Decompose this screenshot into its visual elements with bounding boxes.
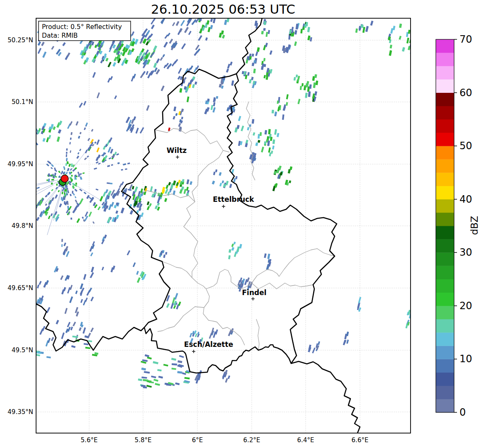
product-info-box: Product: 0.5° Reflectivity Data: RMIB: [39, 21, 131, 41]
echo-pixel: [272, 110, 274, 114]
colorbar-segment: [436, 373, 454, 386]
echo-pixel: [66, 152, 68, 154]
colorbar-segment: [436, 66, 454, 80]
echo-pixel: [66, 163, 67, 166]
echo-pixel: [64, 201, 65, 204]
echo-pixel: [70, 218, 73, 220]
y-axis-tick-label: 50.1°N: [12, 98, 33, 106]
colorbar-segment: [436, 266, 454, 279]
echo-pixel: [51, 179, 54, 181]
echo-pixel: [61, 244, 63, 247]
colorbar-segment: [436, 386, 454, 400]
colorbar-segment: [436, 172, 454, 186]
colorbar-segment: [436, 199, 454, 213]
echo-pixel: [64, 197, 65, 200]
colorbar-segment: [436, 79, 454, 93]
colorbar-segment: [436, 346, 454, 359]
echo-pixel: [48, 173, 50, 177]
echo-pixel: [263, 28, 266, 31]
echo-pixel: [260, 132, 262, 136]
echo-pixel: [263, 64, 266, 67]
y-axis-tick-label: 49.35°N: [7, 408, 33, 416]
colorbar-segment: [436, 279, 454, 293]
colorbar-segment: [436, 319, 454, 333]
colorbar-segment: [436, 106, 454, 120]
colorbar-tick-label: 50: [459, 140, 472, 152]
colorbar-tick-label: 70: [459, 34, 472, 45]
colorbar-segment: [436, 186, 454, 200]
echo-pixel: [277, 101, 279, 104]
echo-pixel: [308, 91, 311, 97]
echo-pixel: [66, 148, 68, 151]
colorbar-segment: [436, 306, 454, 320]
data-source-line: Data: RMIB: [42, 32, 78, 39]
echo-pixel: [264, 21, 266, 25]
x-axis-tick-label: 6.2°E: [243, 436, 260, 444]
colorbar-segment: [436, 53, 454, 66]
colorbar-segment: [436, 93, 454, 107]
echo-pixel: [300, 86, 302, 90]
colorbar-segment: [436, 159, 454, 173]
city-label: Wiltz: [167, 146, 187, 155]
colorbar-tick-label: 40: [459, 194, 472, 205]
city-label: Findel: [242, 288, 266, 297]
x-axis-tick-label: 6.4°E: [297, 436, 314, 444]
echo-pixel: [61, 239, 63, 242]
colorbar-segment: [436, 359, 454, 373]
echo-pixel: [51, 183, 53, 185]
x-axis-tick-label: 5.6°E: [81, 436, 98, 444]
colorbar-segment: [436, 39, 454, 53]
figure-title: 26.10.2025 06:53 UTC: [151, 2, 295, 17]
colorbar-tick-label: 0: [459, 407, 466, 418]
city-label: Ettelbruck: [213, 195, 254, 203]
y-axis-tick-label: 49.65°N: [7, 284, 33, 292]
product-line: Product: 0.5° Reflectivity: [42, 23, 122, 31]
echo-pixel: [66, 158, 68, 160]
colorbar-segment: [436, 119, 454, 133]
echo-pixel: [53, 176, 55, 178]
echo-pixel: [66, 154, 67, 157]
y-axis-tick-label: 49.5°N: [12, 346, 33, 354]
echo-pixel: [66, 182, 68, 185]
y-axis-tick-label: 50.25°N: [7, 36, 33, 44]
colorbar-tick-label: 20: [459, 300, 472, 312]
colorbar-segment: [436, 133, 454, 146]
colorbar-tick-label: 30: [459, 247, 472, 258]
colorbar-segment: [436, 213, 454, 226]
echo-pixel: [292, 30, 294, 33]
echo-pixel: [72, 191, 73, 194]
x-axis-tick-label: 6°E: [192, 436, 203, 444]
colorbar-tick-label: 60: [459, 87, 472, 99]
echo-pixel: [65, 194, 67, 196]
colorbar-segment: [436, 293, 454, 306]
x-axis-tick-label: 6.6°E: [352, 436, 369, 444]
colorbar-segment: [436, 146, 454, 160]
colorbar-segment: [436, 239, 454, 253]
echo-pixel: [264, 141, 267, 145]
y-axis-tick-label: 49.8°N: [12, 222, 33, 230]
x-axis-tick-label: 5.8°E: [135, 436, 152, 444]
echo-pixel: [258, 134, 260, 138]
echo-pixel: [301, 83, 304, 87]
page-background: [0, 0, 491, 448]
echo-pixel: [306, 22, 308, 26]
echo-pixel: [268, 129, 270, 134]
colorbar-segment: [436, 399, 454, 413]
y-axis-tick-label: 49.95°N: [7, 160, 33, 168]
echo-pixel: [61, 171, 63, 173]
echo-pixel: [216, 96, 219, 99]
echo-pixel: [56, 184, 58, 186]
colorbar-unit-label: dBZ: [469, 216, 480, 235]
city-label: Esch/Alzette: [184, 340, 233, 349]
echo-pixel: [109, 183, 112, 184]
colorbar-segment: [436, 332, 454, 346]
radar-map-figure: 26.10.2025 06:53 UTC WiltzEttelbruckFind…: [0, 0, 491, 448]
colorbar-segment: [436, 226, 454, 240]
radar-site-red-dot: [61, 175, 68, 182]
colorbar-segment: [436, 252, 454, 266]
colorbar-tick-label: 10: [459, 353, 472, 365]
